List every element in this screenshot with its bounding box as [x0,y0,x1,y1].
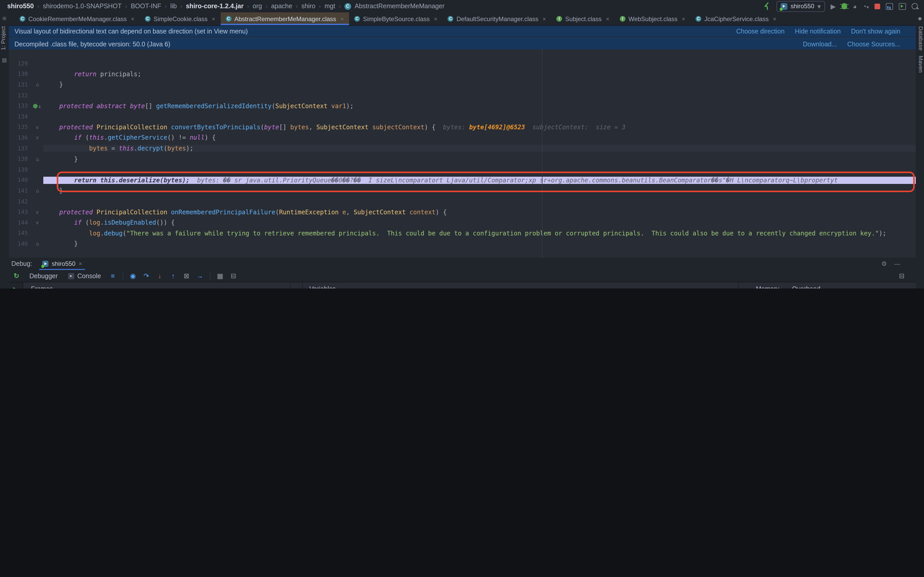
code-token: "There was a failure while trying to ret… [126,230,879,237]
resume-icon[interactable]: ▶ [9,285,23,288]
tab-overhead[interactable]: Overhead [792,285,821,288]
breadcrumb-item[interactable]: org [253,3,262,10]
breadcrumb-item[interactable]: shirodemo-1.0-SNAPSHOT [43,3,122,10]
fold-end-icon[interactable]: ⌂ [36,188,39,194]
editor-tab[interactable]: IWebSubject.class× [615,12,690,25]
breadcrumb-item[interactable]: shiro-core-1.2.4.jar [186,3,244,10]
code-line[interactable]: 132 [9,90,916,101]
services-window-icon[interactable] [899,3,906,10]
variables-title: Variables [309,285,336,288]
close-icon[interactable]: × [212,15,215,23]
close-icon[interactable]: × [543,15,546,23]
editor-tab[interactable]: ISubject.class× [551,12,614,25]
fold-end-icon[interactable]: ⌂ [36,156,39,162]
hide-window-icon[interactable]: — [894,260,900,268]
breadcrumb-item[interactable]: BOOT-INF [131,3,161,10]
breadcrumb-item[interactable]: apache [271,3,292,10]
editor-tab[interactable]: CDefaultSecurityManager.class× [443,12,551,25]
code-token: subjectContext [372,124,424,131]
code-line[interactable]: 136∨ if (this.getCipherService() != null… [9,132,916,143]
layout-settings-icon[interactable]: ⊟ [895,272,908,280]
stripe-label[interactable]: 1: Project [0,26,9,50]
code-line[interactable]: 138⌂ } [9,154,916,164]
fold-end-icon[interactable]: ⌂ [36,82,39,88]
search-everywhere-icon[interactable] [912,3,918,9]
code-line[interactable]: 137 bytes = this.decrypt(bytes); [9,143,916,154]
run-dashboard-icon[interactable] [886,3,893,10]
close-icon[interactable]: × [682,15,685,23]
fold-start-icon[interactable]: ∨ [36,135,39,141]
code-line[interactable]: 144∨ if (log.isDebugEnabled()) { [9,218,916,228]
run-to-cursor-icon[interactable]: → [193,272,207,280]
step-into-icon[interactable]: ↓ [153,272,166,280]
stripe-label[interactable]: Database [916,26,924,50]
code-token [44,208,59,216]
code-line[interactable]: 135∨ protected PrincipalCollection conve… [9,122,916,132]
run-configuration-select[interactable]: shiro550 ▾ [777,1,825,11]
code-token: bytes [290,124,309,131]
tab-memory[interactable]: Memory [756,285,779,288]
code-line[interactable]: 131⌂ } [9,79,916,90]
breadcrumb-item[interactable]: shiro [301,3,315,10]
debug-session-tab[interactable]: shiro550 × [39,258,85,270]
code-line[interactable]: 134 [9,111,916,122]
fold-start-icon[interactable]: ∨ [36,124,39,130]
editor-tab[interactable]: CAbstractRememberMeManager.class× [220,12,349,25]
banner-link[interactable]: Choose direction [736,28,785,35]
bookmark-icon[interactable]: ◆ [916,15,924,21]
editor-tab[interactable]: CCookieRememberMeManager.class× [15,12,140,25]
close-icon[interactable]: × [131,15,134,23]
close-icon[interactable]: × [773,15,776,23]
code-line[interactable]: 133↓ protected abstract byte[] getRememb… [9,101,916,111]
breadcrumb-item[interactable]: shiro550 [7,3,34,10]
profiler-button[interactable]: ◔▾ [863,2,869,10]
tabs-list-icon[interactable]: ⊜ [0,15,9,21]
breadcrumb-item[interactable]: mgt [324,3,335,10]
banner-link[interactable]: Choose Sources... [847,40,900,48]
trace-icon[interactable]: ⊟ [227,272,240,280]
rerun-icon[interactable]: ↻ [9,272,24,280]
show-execution-point-icon[interactable]: ◉ [126,272,140,280]
debug-button[interactable] [842,3,847,9]
run-button[interactable]: ▶ [831,2,836,10]
fold-start-icon[interactable]: ∨ [36,220,39,226]
overridden-method-icon[interactable]: ↓ [33,103,41,109]
drop-frame-icon[interactable]: ⊠ [180,272,193,280]
breadcrumb-item[interactable]: lib [170,3,177,10]
step-over-icon[interactable]: ↷ [140,272,153,280]
evaluate-expression-icon[interactable]: ▦ [213,272,227,280]
stripe-label[interactable]: Maven [916,56,924,73]
code-line[interactable]: 146⌂ } [9,239,916,249]
breadcrumb-class[interactable]: AbstractRememberMeManager [354,3,444,10]
banner-link[interactable]: Don't show again [851,28,900,35]
editor-tab[interactable]: CSimpleCookie.class× [140,12,220,25]
close-icon[interactable]: × [434,15,438,23]
code-line[interactable]: 143∨ protected PrincipalCollection onRem… [9,207,916,218]
settings-gear-icon[interactable]: ⚙ [881,260,887,268]
code-token: ( [82,134,89,142]
layout-icon[interactable]: ≡ [106,272,120,280]
code-line[interactable]: 130 return principals; [9,69,916,79]
close-icon[interactable]: × [79,260,82,268]
close-icon[interactable]: × [606,15,609,23]
breadcrumb[interactable]: shiro550›shirodemo-1.0-SNAPSHOT›BOOT-INF… [0,3,444,10]
fold-start-icon[interactable]: ∨ [36,209,39,215]
navigate-back-icon[interactable] [762,2,771,10]
banner-link[interactable]: Hide notification [795,28,841,35]
stop-button[interactable] [874,3,880,9]
editor-tab[interactable]: CJcaCipherService.class× [690,12,782,25]
code-line[interactable]: 145 log.debug("There was a failure while… [9,228,916,239]
code-editor[interactable]: 129130 return principals;131⌂ }132133↓ p… [9,50,916,258]
tab-console[interactable]: ▸ Console [63,272,106,279]
code-line[interactable]: 142 [9,196,916,206]
editor-tab[interactable]: CSimpleByteSource.class× [349,12,443,25]
code-line[interactable]: 129 [9,58,916,69]
folder-icon[interactable]: ▨ [0,58,9,63]
fold-end-icon[interactable]: ⌂ [36,241,39,247]
step-out-icon[interactable]: ↑ [166,272,180,280]
close-icon[interactable]: × [340,15,344,23]
coverage-button[interactable]: ◕ [853,2,857,10]
banner-link[interactable]: Download... [803,40,837,48]
tab-debugger[interactable]: Debugger [24,272,63,279]
code-token: ( [260,124,264,131]
